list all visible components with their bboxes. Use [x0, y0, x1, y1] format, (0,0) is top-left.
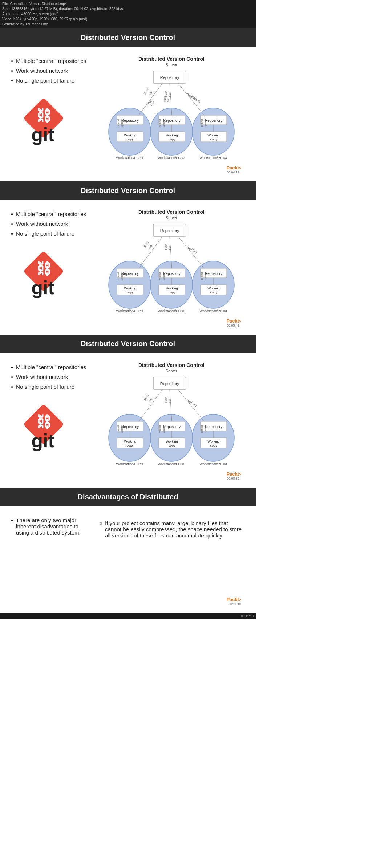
disadvantages-footer: Packt> 00:11:18 [11, 596, 245, 606]
meta-bar: File: Centralized Versus Distributed.mp4… [0, 0, 256, 28]
svg-text:commit: commit [201, 272, 203, 280]
meta-line4: Video: h264, yuv420p, 1920x1080, 29.97 f… [2, 17, 254, 22]
svg-text:Workstation/PC #2: Workstation/PC #2 [158, 156, 185, 160]
bullet-2-0: Multiple "central" repositories [11, 211, 94, 217]
timestamp-1: 00:04:12 [98, 171, 241, 174]
svg-text:Working: Working [208, 287, 220, 290]
section-header-2: Distributed Version Control [0, 181, 256, 200]
svg-text:update: update [204, 425, 207, 433]
disadvantages-bullet-0: There are only two major inherent disadv… [11, 517, 245, 541]
svg-text:commit: commit [117, 425, 120, 433]
svg-text:git: git [31, 277, 54, 298]
diagram-title-2: Distributed Version Control [138, 209, 205, 215]
svg-line-117 [139, 389, 162, 421]
diagram-title-3: Distributed Version Control [138, 362, 205, 368]
slide-2-left: Multiple "central" repositories Work wit… [11, 207, 94, 331]
svg-text:copy: copy [168, 444, 175, 447]
timestamp-2: 00:05:42 [98, 324, 241, 327]
svg-text:pull: pull [148, 91, 153, 97]
svg-text:commit: commit [201, 425, 203, 433]
svg-text:commit: commit [117, 272, 120, 280]
bullet-1-1: Work without network [11, 68, 94, 74]
packt-label-3: Packt [226, 471, 239, 477]
svg-text:Working: Working [166, 287, 178, 290]
svg-text:copy: copy [126, 291, 134, 294]
svg-text:Repository: Repository [163, 425, 181, 429]
svg-line-119 [178, 389, 204, 421]
disadvantages-sub-bullet-0: If your project contains many large, bin… [100, 520, 245, 539]
svg-text:update: update [121, 272, 124, 280]
diagram-svg-1: Repository Repository Working copy Repos… [106, 68, 237, 164]
meta-line2: Size: 13356316 bytes (12.27 MiB), durati… [2, 7, 254, 12]
meta-line1: File: Centralized Versus Distributed.mp4 [2, 1, 254, 7]
packt-logo-1: Packt> 00:04:12 [98, 164, 245, 175]
diagram-subtitle-3: Server [166, 369, 177, 373]
packt-label-dis: Packt [226, 597, 239, 602]
svg-text:Repository: Repository [121, 425, 139, 429]
svg-line-73 [139, 236, 162, 268]
svg-text:commit: commit [159, 119, 161, 127]
svg-text:update: update [204, 272, 207, 280]
svg-text:push: push [164, 91, 168, 97]
section-header-1: Distributed Version Control [0, 28, 256, 47]
svg-text:commit: commit [159, 272, 161, 280]
svg-text:commit: commit [201, 119, 203, 127]
svg-text:Repository: Repository [160, 381, 179, 386]
svg-text:Repository: Repository [205, 425, 222, 429]
meta-line3: Audio: aac, 48000 Hz, stereo (eng) [2, 12, 254, 17]
svg-text:copy: copy [126, 137, 134, 141]
slide-2: Multiple "central" repositories Work wit… [0, 200, 256, 335]
meta-line5: Generated by Thumbnail me [2, 22, 254, 27]
timestamp-3: 00:08:32 [98, 477, 241, 480]
svg-text:push: push [164, 244, 168, 250]
svg-text:Workstation/PC #1: Workstation/PC #1 [116, 156, 143, 160]
svg-text:Working: Working [208, 133, 220, 137]
section-header-disadvantages: Disadvantages of Distributed [0, 488, 256, 506]
svg-text:pull: pull [168, 92, 171, 97]
disadvantages-sub-bullets: If your project contains many large, bin… [100, 520, 245, 541]
svg-line-29 [178, 83, 204, 115]
svg-text:Workstation/PC #3: Workstation/PC #3 [200, 156, 227, 160]
svg-text:pull: pull [166, 97, 170, 102]
diagram-title-1: Distributed Version Control [138, 56, 205, 62]
bullet-2-2: No single point of failure [11, 231, 94, 237]
svg-text:update: update [162, 119, 165, 127]
section-header-3: Distributed Version Control [0, 335, 256, 353]
svg-text:Repository: Repository [160, 228, 179, 233]
svg-text:copy: copy [210, 137, 217, 141]
disadvantages-slide: There are only two major inherent disadv… [0, 506, 256, 613]
bullet-3-1: Work without network [11, 374, 94, 380]
svg-text:pull: pull [168, 245, 171, 250]
svg-text:pull: pull [148, 397, 153, 403]
packt-logo-3: Packt> 00:08:32 [98, 471, 245, 481]
svg-text:git: git [31, 430, 54, 451]
bullet-list-3: Multiple "central" repositories Work wit… [11, 364, 94, 393]
diagram-subtitle-2: Server [166, 216, 177, 220]
svg-text:Working: Working [124, 133, 136, 137]
svg-text:Repository: Repository [163, 119, 181, 123]
slide-1-right: Distributed Version Control Server Repos… [98, 54, 245, 178]
svg-text:commit: commit [117, 119, 120, 127]
slide-1-left: Multiple "central" repositories Work wit… [11, 54, 94, 178]
bullet-2-1: Work without network [11, 221, 94, 227]
bullet-1-2: No single point of failure [11, 77, 94, 84]
svg-text:Working: Working [124, 440, 136, 443]
bottom-timestamp: 00:11:18 [241, 614, 254, 618]
svg-text:update: update [121, 119, 124, 127]
svg-text:pull: pull [148, 244, 153, 250]
svg-text:update: update [162, 425, 165, 433]
timestamp-dis: 00:11:18 [11, 602, 241, 606]
svg-text:Working: Working [124, 287, 136, 290]
git-logo-1: ⛓ git [11, 96, 76, 147]
svg-text:Repository: Repository [205, 119, 222, 123]
slide-1: Multiple "central" repositories Work wit… [0, 47, 256, 181]
svg-text:Working: Working [166, 133, 178, 137]
svg-line-75 [178, 236, 204, 268]
svg-text:Workstation/PC #1: Workstation/PC #1 [116, 462, 143, 466]
bullet-1-0: Multiple "central" repositories [11, 58, 94, 64]
svg-text:pull: pull [168, 399, 171, 403]
disadvantages-bullets: There are only two major inherent disadv… [11, 517, 245, 541]
diagram-svg-3: Repository Repository Working copy Repos… [106, 374, 237, 471]
svg-text:copy: copy [168, 291, 175, 294]
svg-text:update: update [204, 119, 207, 127]
